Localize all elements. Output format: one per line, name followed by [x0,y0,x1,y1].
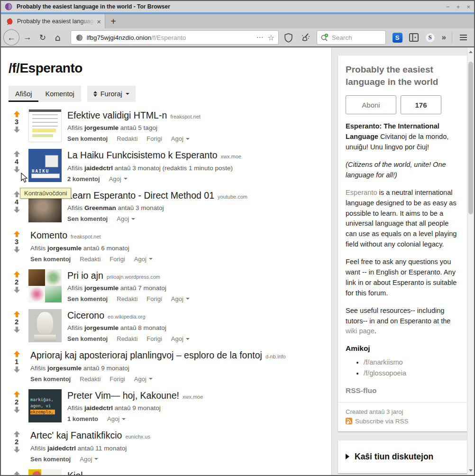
tab-comments[interactable]: Komentoj [38,86,81,102]
upvote-button[interactable] [13,110,20,118]
post-title-link[interactable]: Aprioraj kaj aposterioraj planlingvoj – … [30,350,262,360]
upvote-button[interactable] [13,430,20,438]
tab-posts[interactable]: Afiŝoj [9,86,38,102]
friend-forum-link[interactable]: /f/anarkiismo [364,358,403,366]
maximize-button[interactable]: + [457,3,460,10]
downvote-button[interactable] [13,286,20,293]
tab-close-icon[interactable]: × [97,18,101,26]
search-input[interactable] [332,34,383,41]
browser-tab-active[interactable]: Probably the easiest language × [1,14,105,28]
downvote-button[interactable] [13,366,20,373]
minimize-button[interactable]: − [446,3,450,10]
upvote-button[interactable] [13,150,20,157]
post-title-link[interactable]: Pri io ajn [67,270,103,281]
post-author-link[interactable]: jorgesumle [84,324,119,331]
post-title-link[interactable]: Cicerono [67,310,104,320]
hide-forum-card[interactable]: Kaŝi tiun diskutejon [338,440,468,473]
tor-shield-icon[interactable] [282,30,296,45]
wiki-page-link[interactable]: wiki page [346,327,375,335]
upvote-button[interactable] [13,311,20,318]
scrollbar-up-icon[interactable] [469,51,473,53]
post-thumbnail[interactable] [28,109,62,142]
close-button[interactable]: × [466,3,470,10]
post-comments-link[interactable]: Sen komentoj [30,456,71,463]
downvote-button[interactable] [13,446,20,453]
upvote-button[interactable] [13,471,20,475]
post-author-link[interactable]: jorgesumle [84,124,119,131]
post-delete-link[interactable]: Forigi [146,335,162,342]
post-author-link[interactable]: jorgesumle [84,284,119,292]
post-actions-menu[interactable]: Agoj [80,456,98,463]
url-text[interactable]: lfbg75wjgi4nzdio.onion/f/Esperanto [87,34,253,41]
post-actions-menu[interactable]: Agoj [171,135,190,142]
scrollbar-thumb[interactable] [468,62,473,214]
post-title-link[interactable]: Kiel … [67,470,94,475]
sidebar-toggle-icon[interactable] [409,33,419,42]
post-actions-menu[interactable]: Agoj [134,375,153,383]
vertical-scrollbar[interactable] [467,47,474,475]
post-delete-link[interactable]: Forigi [146,295,162,302]
new-tab-button[interactable]: + [105,14,121,28]
upvote-button[interactable] [13,191,20,198]
overflow-chevrons-icon[interactable]: » [442,33,446,42]
post-title-link[interactable]: La Haiku Funkcisistemo k Esperanto [67,150,217,160]
post-delete-link[interactable]: Forigi [110,256,125,263]
post-delete-link[interactable]: Forigi [110,375,125,383]
upvote-button[interactable] [13,350,20,357]
post-author-link[interactable]: jorgesumle [47,365,82,372]
post-comments-link[interactable]: 2 komentoj [67,175,100,183]
new-identity-broom-icon[interactable] [299,30,313,45]
post-title-link[interactable]: Efektive validigi HTML-n [67,110,167,120]
subscribe-button[interactable]: Aboni [346,95,396,114]
post-author-link[interactable]: jorgesumle [47,245,82,252]
post-edit-link[interactable]: Redakti [117,295,137,302]
window-titlebar[interactable]: Probably the easiest language in the wor… [1,1,474,12]
downvote-button[interactable] [13,406,20,413]
post-edit-link[interactable]: Redakti [80,256,100,263]
post-actions-menu[interactable]: Agoj [107,415,126,422]
post-delete-link[interactable]: Forigi [146,135,162,142]
home-button[interactable]: ⌂ [51,30,65,45]
post-comments-link[interactable]: Sen komentoj [67,215,108,222]
post-thumbnail[interactable] [28,469,62,475]
post-comments-link[interactable]: Sen komentoj [30,375,71,383]
post-actions-menu[interactable]: Agoj [171,335,190,342]
post-author-link[interactable]: jaidedctrl [84,404,113,412]
post-actions-menu[interactable]: Agoj [109,175,128,183]
esperanto-link[interactable]: Esperanto [346,189,377,196]
post-thumbnail[interactable]: HAIKU [28,149,62,182]
downvote-button[interactable] [13,246,20,253]
menu-hamburger-icon[interactable] [456,30,470,45]
post-thumbnail[interactable] [28,269,62,302]
post-comments-link[interactable]: 1 komento [67,415,98,422]
reload-button[interactable]: ↻ [36,30,50,45]
extension-s-circle-icon[interactable]: S [425,33,435,43]
search-bar[interactable] [317,30,386,45]
post-title-link[interactable]: Artec' kaj Fanatikfikcio [30,430,122,440]
downvote-button[interactable] [13,326,20,333]
sort-dropdown[interactable]: Furoraj [87,86,136,102]
bookmark-star-icon[interactable]: ☆ [268,33,274,42]
upvote-button[interactable] [13,230,20,238]
post-thumbnail[interactable]: markiĝas,agon, viekzemplo, [28,389,62,422]
downvote-button[interactable] [13,166,20,173]
post-author-link[interactable]: jaidedctrl [47,445,76,452]
post-comments-link[interactable]: Sen komentoj [67,295,108,302]
post-edit-link[interactable]: Redakti [117,335,137,342]
post-edit-link[interactable]: Redakti [80,375,100,383]
post-title-link[interactable]: Preter Vim— hoj, Kakoune! [67,390,179,401]
post-comments-link[interactable]: Sen komentoj [67,135,108,142]
upvote-button[interactable] [13,271,20,278]
site-identity-onion-icon[interactable] [76,34,83,41]
post-edit-link[interactable]: Redakti [117,135,137,142]
subscriber-count[interactable]: 176 [401,95,441,114]
forward-button[interactable]: → [20,30,35,45]
url-bar[interactable]: lfbg75wjgi4nzdio.onion/f/Esperanto ⋯ ☆ [71,30,279,45]
upvote-button[interactable] [13,391,20,398]
post-title-link[interactable]: Learn Esperanto - Direct Method 01 [67,190,214,201]
post-title-link[interactable]: Komento [30,230,67,240]
downvote-button[interactable] [13,206,20,213]
post-comments-link[interactable]: Sen komentoj [30,256,71,263]
post-thumbnail[interactable] [28,309,62,342]
post-author-link[interactable]: jaidedctrl [84,165,113,172]
